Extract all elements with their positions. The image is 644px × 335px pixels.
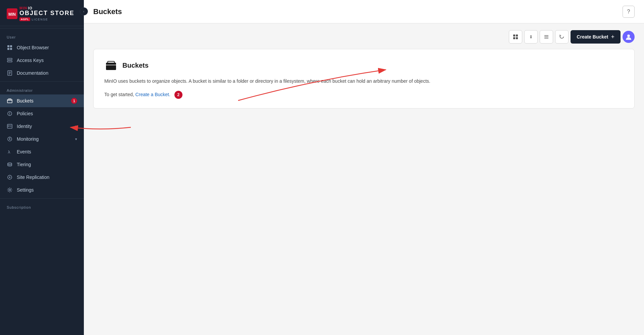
buckets-icon bbox=[7, 98, 13, 104]
logo-license: AGPL LICENSE bbox=[19, 17, 74, 21]
settings-icon bbox=[7, 187, 13, 193]
create-bucket-plus-icon: + bbox=[611, 34, 614, 41]
identity-icon bbox=[7, 123, 13, 129]
object-browser-icon bbox=[7, 45, 13, 51]
page-title: Buckets bbox=[93, 7, 122, 16]
help-icon: ? bbox=[627, 9, 630, 15]
logo-text: MIN IO OBJECT STORE AGPL LICENSE bbox=[19, 6, 74, 21]
documentation-icon bbox=[7, 70, 13, 76]
list-icon bbox=[544, 34, 549, 40]
documentation-label: Documentation bbox=[17, 70, 77, 76]
svg-rect-5 bbox=[10, 48, 12, 50]
collapse-sidebar-button[interactable]: ‹ bbox=[80, 7, 88, 15]
toolbar: Create Bucket + bbox=[93, 30, 635, 44]
svg-point-24 bbox=[9, 177, 10, 178]
help-button[interactable]: ? bbox=[623, 6, 635, 18]
svg-point-20 bbox=[9, 138, 10, 140]
list-view-button[interactable] bbox=[540, 30, 553, 44]
site-replication-icon bbox=[7, 174, 13, 180]
create-bucket-button[interactable]: Create Bucket + bbox=[571, 30, 621, 44]
license-text: LICENSE bbox=[32, 18, 48, 21]
annotation-circle-2: 2 bbox=[174, 91, 182, 99]
sidebar-item-events[interactable]: λ Events bbox=[0, 145, 84, 158]
sidebar-item-access-keys[interactable]: Access Keys bbox=[0, 54, 84, 67]
buckets-info-card: Buckets MinIO uses buckets to organize o… bbox=[93, 49, 635, 109]
topbar: Buckets ? bbox=[84, 0, 644, 23]
content-area: Create Bucket + Buckets MinIO uses bucke… bbox=[84, 23, 644, 335]
sidebar-item-monitoring[interactable]: Monitoring ▾ bbox=[0, 133, 84, 145]
buckets-badge: 1 bbox=[71, 98, 77, 104]
refresh-button[interactable] bbox=[555, 30, 569, 44]
site-replication-label: Site Replication bbox=[17, 175, 77, 180]
svg-rect-2 bbox=[7, 45, 9, 47]
svg-rect-27 bbox=[516, 35, 518, 37]
minio-logo-icon: MIN bbox=[7, 8, 17, 19]
object-browser-label: Object Browser bbox=[17, 45, 77, 50]
info-card-description: MinIO uses buckets to organize objects. … bbox=[104, 77, 624, 85]
sidebar: MIN MIN IO OBJECT STORE AGPL LICENSE ‹ U bbox=[0, 0, 84, 335]
buckets-label: Buckets bbox=[17, 98, 67, 104]
sort-icon bbox=[528, 34, 534, 40]
create-bucket-link[interactable]: Create a Bucket. bbox=[136, 92, 170, 97]
sort-button[interactable] bbox=[524, 30, 538, 44]
main-content: Buckets ? Create Buc bbox=[84, 0, 644, 335]
events-icon: λ bbox=[7, 149, 13, 155]
subscription-section-label: Subscription bbox=[0, 201, 84, 211]
access-keys-icon bbox=[7, 57, 13, 63]
content-wrapper: Create Bucket + Buckets MinIO uses bucke… bbox=[84, 23, 644, 335]
svg-rect-29 bbox=[516, 37, 518, 39]
sidebar-item-policies[interactable]: Policies bbox=[0, 107, 84, 120]
administrator-section-label: Administrator bbox=[0, 84, 84, 94]
events-label: Events bbox=[17, 149, 77, 154]
svg-rect-4 bbox=[7, 48, 9, 50]
sidebar-item-documentation[interactable]: Documentation bbox=[0, 67, 84, 79]
svg-rect-34 bbox=[106, 63, 116, 70]
svg-point-23 bbox=[8, 163, 12, 164]
policies-label: Policies bbox=[17, 111, 77, 116]
bucket-large-icon bbox=[104, 59, 118, 72]
settings-label: Settings bbox=[17, 187, 77, 193]
sidebar-item-object-browser[interactable]: Object Browser bbox=[0, 41, 84, 54]
logo: MIN MIN IO OBJECT STORE AGPL LICENSE bbox=[7, 6, 74, 21]
refresh-icon bbox=[559, 34, 565, 40]
tiering-label: Tiering bbox=[17, 162, 77, 167]
info-card-header: Buckets bbox=[104, 59, 624, 72]
info-card-title: Buckets bbox=[122, 62, 149, 69]
policies-icon bbox=[7, 111, 13, 117]
create-bucket-label: Create Bucket bbox=[577, 34, 608, 40]
user-avatar-icon bbox=[625, 33, 632, 41]
sidebar-item-buckets[interactable]: Buckets 1 bbox=[0, 94, 84, 107]
sidebar-item-site-replication[interactable]: Site Replication bbox=[0, 171, 84, 184]
action-prefix-text: To get started, bbox=[104, 92, 134, 97]
sidebar-item-identity[interactable]: Identity ▾ bbox=[0, 120, 84, 133]
tiering-icon bbox=[7, 161, 13, 168]
grid-view-button[interactable] bbox=[509, 30, 522, 44]
sidebar-item-settings[interactable]: Settings bbox=[0, 184, 84, 196]
license-badge: AGPL bbox=[19, 17, 30, 21]
monitoring-icon bbox=[7, 136, 13, 142]
monitoring-label: Monitoring bbox=[17, 136, 71, 142]
svg-text:λ: λ bbox=[8, 149, 10, 154]
grid-icon bbox=[513, 34, 518, 40]
user-avatar[interactable] bbox=[623, 31, 635, 43]
svg-rect-26 bbox=[513, 35, 515, 37]
svg-point-25 bbox=[9, 189, 11, 191]
svg-point-33 bbox=[627, 35, 630, 37]
svg-text:MIN: MIN bbox=[8, 12, 16, 17]
svg-rect-12 bbox=[7, 99, 12, 103]
user-section-label: User bbox=[0, 30, 84, 41]
svg-rect-7 bbox=[7, 61, 12, 62]
info-card-action: To get started, Create a Bucket. 2 bbox=[104, 91, 624, 99]
svg-point-16 bbox=[8, 125, 9, 127]
logo-brand: OBJECT STORE bbox=[19, 10, 74, 16]
svg-rect-3 bbox=[10, 45, 12, 47]
sidebar-logo: MIN MIN IO OBJECT STORE AGPL LICENSE ‹ bbox=[0, 0, 84, 26]
monitoring-chevron-icon: ▾ bbox=[75, 137, 77, 141]
sidebar-item-tiering[interactable]: Tiering bbox=[0, 158, 84, 171]
identity-chevron-icon: ▾ bbox=[75, 124, 77, 129]
access-keys-label: Access Keys bbox=[17, 58, 77, 63]
svg-rect-6 bbox=[7, 58, 12, 60]
svg-rect-28 bbox=[513, 37, 515, 39]
identity-label: Identity bbox=[17, 124, 71, 129]
